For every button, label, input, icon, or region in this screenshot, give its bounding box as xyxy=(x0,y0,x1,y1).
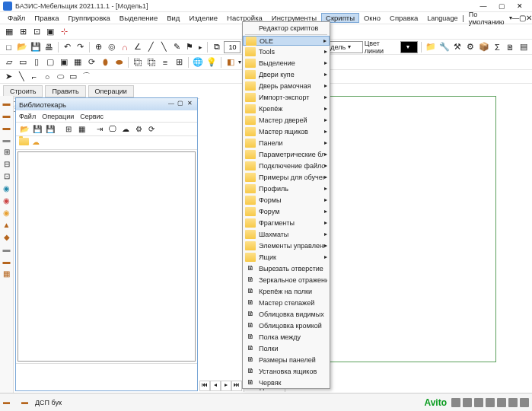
tab-nav-first[interactable]: ⏮ xyxy=(199,381,210,391)
mat2-icon[interactable]: ▬ xyxy=(2,110,12,120)
menu-product[interactable]: Изделие xyxy=(184,13,222,23)
tab-nav-last[interactable]: ⏭ xyxy=(231,381,242,391)
tab-nav-next[interactable]: ▸ xyxy=(221,381,231,391)
save-icon[interactable]: 💾 xyxy=(30,41,42,53)
mat3-icon[interactable]: ▬ xyxy=(2,122,12,132)
librarian-close-icon[interactable]: ✕ xyxy=(185,100,194,109)
dropdown-script-item[interactable]: 🗎Вырезать отверстие xyxy=(243,263,330,274)
dropdown-folder-item[interactable]: Мастер дверей▸ xyxy=(243,114,330,126)
gear-icon[interactable]: ⚙ xyxy=(465,41,476,53)
panel2-icon[interactable]: ▭ xyxy=(17,56,29,68)
status-r6-icon[interactable] xyxy=(508,398,518,407)
dropdown-script-item[interactable]: 🗎Полка между xyxy=(243,331,330,342)
tool2-icon[interactable]: ⚒ xyxy=(452,41,464,53)
dropdown-script-item[interactable]: 🗎Мастер стелажей xyxy=(243,297,330,308)
lib-save-icon[interactable]: 💾 xyxy=(32,124,43,135)
dropdown-folder-item[interactable]: Дверь рамочная▸ xyxy=(243,80,330,91)
dropdown-folder-item[interactable]: Крепёж▸ xyxy=(243,103,330,114)
line-icon[interactable]: ╱ xyxy=(145,41,157,53)
wood1-icon[interactable]: ▲ xyxy=(2,219,12,230)
status-r4-icon[interactable] xyxy=(486,398,495,407)
cylinder-icon[interactable]: ⬮ xyxy=(99,56,111,68)
status-icon1[interactable]: ▬ xyxy=(3,398,12,407)
dropdown-folder-item[interactable]: Формы▸ xyxy=(243,194,330,206)
menu-group[interactable]: Группировка xyxy=(63,13,114,23)
color-picker[interactable]: ▾ xyxy=(400,41,418,53)
layers2-icon[interactable]: ≡ xyxy=(159,56,171,68)
wood4-icon[interactable]: ▬ xyxy=(2,256,12,266)
layers-icon[interactable]: ⧉ xyxy=(211,41,222,53)
panel1-icon[interactable]: ▱ xyxy=(3,56,15,68)
box-icon[interactable]: 📦 xyxy=(478,41,490,53)
menu-help[interactable]: Справка xyxy=(385,13,422,23)
copy1-icon[interactable]: ⿻ xyxy=(132,56,144,68)
lib-view2-icon[interactable]: ▦ xyxy=(76,124,87,135)
pointer-icon[interactable]: ➤ xyxy=(3,72,14,82)
dropdown-folder-item[interactable]: Элементы управления▸ xyxy=(243,240,330,251)
minimize-button[interactable]: — xyxy=(474,1,492,11)
rotate-icon[interactable]: ⟳ xyxy=(85,56,97,68)
lib-screen-icon[interactable]: 🖵 xyxy=(107,124,118,135)
dropdown-folder-item[interactable]: Импорт-экспорт▸ xyxy=(243,91,330,103)
color1-icon[interactable]: ◉ xyxy=(2,183,12,193)
lib-menu-file[interactable]: Файл xyxy=(19,113,36,120)
color2-icon[interactable]: ◉ xyxy=(2,195,12,206)
zoom-input[interactable] xyxy=(224,41,241,53)
copy2-icon[interactable]: ⿻ xyxy=(145,56,158,68)
panel5-icon[interactable]: ▣ xyxy=(58,56,70,68)
redo-icon[interactable]: ↷ xyxy=(75,41,86,53)
lib-gear-icon[interactable]: ⚙ xyxy=(133,124,144,135)
grid3-icon[interactable]: ⊡ xyxy=(30,26,43,38)
dropdown-folder-item[interactable]: Мастер ящиков▸ xyxy=(243,126,330,137)
librarian-content[interactable] xyxy=(18,151,196,362)
dropdown-script-item[interactable]: 🗎Установка ящиков xyxy=(243,365,330,377)
status-icon2[interactable]: ▬ xyxy=(21,398,30,407)
magnet-icon[interactable]: ∩ xyxy=(119,41,130,53)
status-r3-icon[interactable] xyxy=(474,398,483,407)
dropdown-folder-item[interactable]: Панели▸ xyxy=(243,137,330,148)
lib-save2-icon[interactable]: 💾 xyxy=(45,124,56,135)
dropdown-folder-item[interactable]: Выделение▸ xyxy=(243,57,330,68)
view1-icon[interactable]: ⊞ xyxy=(2,146,12,157)
model-combo[interactable]: дель▾ xyxy=(327,41,362,53)
sigma-icon[interactable]: Σ xyxy=(492,41,503,53)
grid2-icon[interactable]: ⊞ xyxy=(17,26,29,38)
dropdown-script-item[interactable]: 🗎Размеры панелей xyxy=(243,354,330,365)
dropdown-script-item[interactable]: 🗎Зеркальное отражение xyxy=(243,274,330,285)
polyline-icon[interactable]: ⌐ xyxy=(29,72,40,82)
lib-folder-icon[interactable] xyxy=(19,138,29,145)
dropdown-script-item[interactable]: 🗎Крепёж на полки xyxy=(243,285,330,297)
dropdown-folder-item[interactable]: Шахматы▸ xyxy=(243,228,330,240)
default-selector[interactable]: По умолчанию xyxy=(464,11,509,26)
panel4-icon[interactable]: ▢ xyxy=(44,56,56,68)
tool1-icon[interactable]: 🔧 xyxy=(438,41,451,53)
lib-cloud2-icon[interactable]: ☁ xyxy=(32,138,40,148)
ellipse-icon[interactable]: ⬭ xyxy=(55,72,65,82)
angle-icon[interactable]: ∠ xyxy=(132,41,144,53)
lib-menu-service[interactable]: Сервис xyxy=(80,113,104,120)
lib-menu-ops[interactable]: Операции xyxy=(42,113,74,120)
librarian-min-icon[interactable]: — xyxy=(167,100,176,109)
view2-icon[interactable]: ⊟ xyxy=(2,158,12,169)
line2-icon[interactable]: ╲ xyxy=(158,41,170,53)
tab-nav-prev[interactable]: ◂ xyxy=(210,381,221,391)
open-icon[interactable]: 📂 xyxy=(16,41,28,53)
status-r5-icon[interactable] xyxy=(497,398,506,407)
status-r2-icon[interactable] xyxy=(463,398,472,407)
mat1-icon[interactable]: ▬ xyxy=(2,97,12,108)
lib-export-icon[interactable]: ⇥ xyxy=(94,124,105,135)
close-button[interactable]: ✕ xyxy=(511,1,529,11)
cab-icon[interactable]: ▤ xyxy=(518,41,529,53)
grid-icon[interactable]: ▦ xyxy=(3,26,15,38)
status-r1-icon[interactable] xyxy=(451,398,460,407)
dropdown-folder-item[interactable]: Ящик▸ xyxy=(243,251,330,263)
box2-icon[interactable]: ◧ xyxy=(225,56,237,68)
language-selector[interactable]: Language xyxy=(422,14,462,22)
chart-icon[interactable]: 🗎 xyxy=(505,41,516,53)
line-shape-icon[interactable]: ╲ xyxy=(16,72,27,82)
arc-icon[interactable]: ⌒ xyxy=(81,72,91,82)
wood5-icon[interactable]: ▦ xyxy=(2,268,12,279)
view3-icon[interactable]: ⊡ xyxy=(2,170,12,181)
dropdown-folder-item[interactable]: Форум▸ xyxy=(243,206,330,217)
dropdown-folder-item[interactable]: Подключение файлов▸ xyxy=(243,160,330,171)
